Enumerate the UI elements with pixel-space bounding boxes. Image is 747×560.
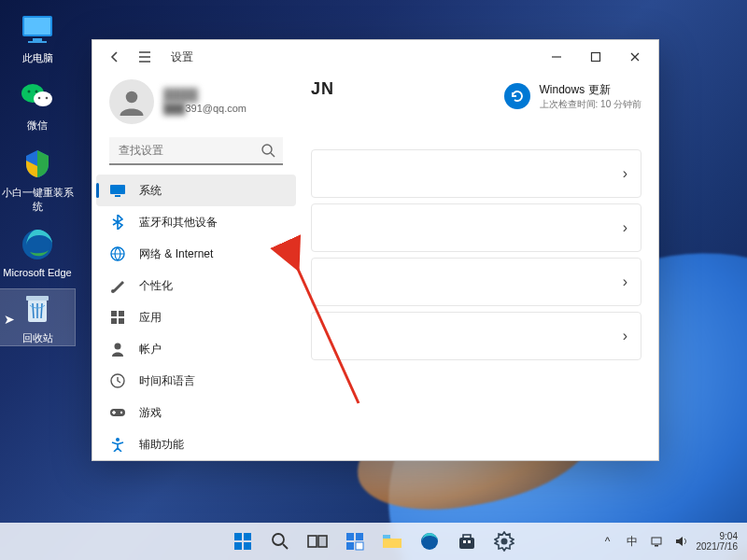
update-subtitle: 上次检查时间: 10 分钟前 [540, 98, 641, 110]
windows-update-tile[interactable]: Windows 更新 上次检查时间: 10 分钟前 [504, 83, 641, 110]
settings-row[interactable]: › [311, 258, 641, 306]
svg-rect-30 [234, 533, 242, 540]
nav-label: 游戏 [139, 405, 162, 421]
taskbar-center [227, 525, 520, 557]
desktop-icon-xiaobai[interactable]: 小白一键重装系统 [0, 144, 75, 214]
back-button[interactable] [106, 48, 124, 66]
chevron-right-icon: › [623, 273, 627, 290]
desktop-icon-label: Microsoft Edge [0, 267, 75, 278]
network-tray-icon[interactable] [648, 530, 665, 553]
nav-label: 帐户 [139, 342, 162, 357]
start-button[interactable] [227, 525, 259, 557]
apps-icon [109, 309, 126, 326]
svg-rect-41 [383, 535, 390, 539]
minimize-button[interactable] [537, 43, 576, 71]
svg-rect-1 [24, 18, 50, 35]
search-input[interactable] [109, 137, 283, 165]
svg-rect-21 [119, 311, 124, 316]
tray-chevron-up-icon[interactable]: ^ [599, 530, 616, 553]
nav-time-language[interactable]: 时间和语言 [96, 365, 296, 397]
sidebar: ████ ███391@qq.com 系统 蓝牙和其他设备 网络 & Inter… [92, 74, 300, 460]
settings-row[interactable]: › [311, 203, 641, 252]
store-icon[interactable] [451, 525, 483, 557]
person-icon [109, 341, 126, 357]
taskbar: ^ 中 9:04 2021/7/16 [0, 523, 747, 560]
nav-apps[interactable]: 应用 [96, 301, 296, 333]
svg-rect-31 [244, 533, 251, 540]
svg-rect-47 [652, 538, 661, 544]
search-icon [261, 143, 275, 161]
date: 2021/7/16 [697, 541, 739, 553]
nav-accessibility[interactable]: 辅助功能 [96, 428, 296, 460]
update-icon [504, 83, 530, 109]
svg-rect-32 [234, 542, 242, 550]
svg-point-15 [262, 145, 272, 154]
network-icon [109, 245, 126, 262]
svg-rect-40 [356, 542, 363, 550]
edge-icon[interactable] [414, 525, 445, 557]
nav-gaming[interactable]: 游戏 [96, 397, 296, 428]
svg-point-28 [116, 438, 120, 441]
svg-rect-12 [26, 296, 49, 301]
bluetooth-icon [109, 214, 126, 231]
nav-label: 辅助功能 [139, 437, 184, 453]
svg-rect-3 [28, 41, 47, 43]
widgets-icon[interactable] [339, 525, 371, 557]
svg-point-19 [111, 289, 115, 293]
chevron-right-icon: › [623, 219, 627, 236]
maximize-button[interactable] [576, 43, 615, 71]
svg-point-7 [35, 91, 38, 93]
taskbar-search-icon[interactable] [264, 525, 296, 557]
desktop-icon-recycle-bin[interactable]: 回收站 [0, 289, 75, 345]
brush-icon [109, 277, 126, 294]
desktop-icon-edge[interactable]: Microsoft Edge [0, 225, 75, 278]
main-panel: JN Windows 更新 上次检查时间: 10 分钟前 › › › › [300, 74, 658, 460]
svg-point-14 [126, 91, 138, 104]
svg-rect-48 [655, 545, 658, 547]
settings-rows: › › › › [311, 149, 641, 360]
explorer-icon[interactable] [376, 525, 408, 557]
svg-rect-45 [468, 540, 471, 543]
search-box[interactable] [109, 137, 283, 165]
nav-label: 个性化 [139, 278, 173, 294]
svg-rect-2 [33, 38, 42, 41]
update-title: Windows 更新 [540, 83, 641, 98]
svg-rect-38 [356, 533, 363, 540]
svg-rect-44 [463, 540, 466, 543]
profile-name: ████ [163, 88, 247, 103]
svg-point-5 [34, 91, 52, 106]
nav-bluetooth[interactable]: 蓝牙和其他设备 [96, 206, 296, 238]
svg-rect-13 [592, 53, 600, 62]
desktop: 此电脑 微信 小白一键重装系统 Microsoft Edge 回收站 [0, 0, 84, 357]
profile-email: ███391@qq.com [163, 103, 247, 116]
svg-rect-16 [110, 185, 125, 194]
clock[interactable]: 9:04 2021/7/16 [697, 531, 739, 553]
task-view-icon[interactable] [302, 525, 333, 557]
desktop-icon-this-pc[interactable]: 此电脑 [0, 9, 75, 65]
svg-rect-23 [119, 318, 124, 324]
nav-label: 网络 & Internet [139, 246, 213, 262]
hamburger-menu-icon[interactable] [135, 48, 154, 66]
nav-personalize[interactable]: 个性化 [96, 270, 296, 301]
ime-indicator[interactable]: 中 [624, 530, 641, 553]
settings-icon[interactable] [488, 525, 520, 557]
nav-accounts[interactable]: 帐户 [96, 333, 296, 365]
svg-rect-22 [111, 318, 117, 324]
desktop-icon-label: 微信 [0, 119, 75, 133]
profile-block[interactable]: ████ ███391@qq.com [96, 74, 296, 135]
svg-rect-43 [459, 538, 474, 549]
settings-row[interactable]: › [311, 149, 641, 198]
nav-list: 系统 蓝牙和其他设备 网络 & Internet 个性化 应用 帐户 时间和语言… [96, 175, 296, 460]
desktop-icon-label: 回收站 [0, 331, 75, 345]
nav-system[interactable]: 系统 [96, 175, 296, 206]
desktop-icon-wechat[interactable]: 微信 [0, 77, 75, 133]
svg-rect-35 [308, 536, 317, 547]
nav-label: 应用 [139, 310, 162, 326]
volume-icon[interactable] [672, 530, 689, 553]
nav-network[interactable]: 网络 & Internet [96, 238, 296, 270]
close-button[interactable] [615, 43, 655, 71]
settings-row[interactable]: › [311, 312, 641, 360]
svg-point-6 [28, 91, 31, 93]
system-icon [109, 182, 126, 199]
titlebar: 设置 [92, 40, 658, 74]
